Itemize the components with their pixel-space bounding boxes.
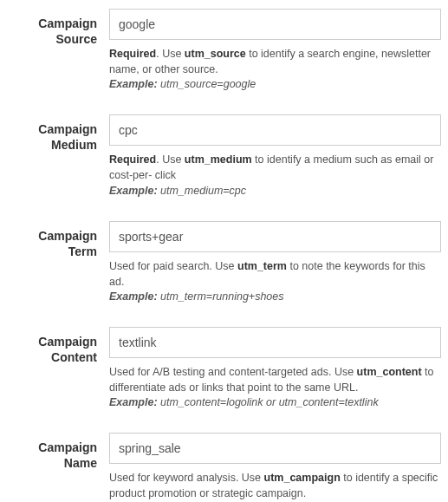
help-prefix: Required	[109, 48, 156, 60]
help-param: utm_term	[237, 260, 287, 272]
help-pre: . Use	[156, 153, 185, 166]
campaign-term-example: Example: utm_term=running+shoes	[109, 290, 441, 303]
campaign-name-input[interactable]	[109, 433, 441, 464]
campaign-source-help: Required. Use utm_source to identify a s…	[109, 46, 441, 77]
campaign-source-row: Campaign Source Required. Use utm_source…	[7, 9, 441, 90]
example-label: Example:	[109, 290, 158, 303]
example-or: or	[266, 396, 276, 408]
example-value: utm_content=logolink	[158, 396, 266, 408]
campaign-source-example: Example: utm_source=google	[109, 78, 441, 90]
campaign-term-row: Campaign Term Used for paid search. Use …	[7, 221, 441, 303]
example-value2: utm_content=textlink	[276, 396, 378, 408]
example-value: utm_source=google	[158, 78, 256, 90]
campaign-medium-content: Required. Use utm_medium to identify a m…	[109, 114, 441, 196]
campaign-name-content: Used for keyword analysis. Use utm_campa…	[109, 433, 441, 502]
example-value: utm_term=running+shoes	[158, 290, 284, 303]
help-param: utm_medium	[185, 153, 252, 166]
campaign-content-content: Used for A/B testing and content-targete…	[109, 327, 441, 408]
campaign-source-input[interactable]	[109, 9, 441, 40]
help-prefix: Required	[109, 153, 156, 166]
campaign-name-row: Campaign Name Used for keyword analysis.…	[7, 433, 441, 502]
campaign-content-row: Campaign Content Used for A/B testing an…	[7, 327, 441, 408]
example-value: utm_medium=cpc	[158, 185, 246, 197]
campaign-term-content: Used for paid search. Use utm_term to no…	[109, 221, 441, 303]
example-label: Example:	[109, 396, 158, 408]
example-label: Example:	[109, 78, 158, 90]
campaign-medium-help: Required. Use utm_medium to identify a m…	[109, 152, 441, 183]
campaign-term-label: Campaign Term	[7, 221, 109, 303]
campaign-name-label: Campaign Name	[7, 433, 109, 502]
campaign-content-label: Campaign Content	[7, 327, 109, 408]
campaign-medium-label: Campaign Medium	[7, 114, 109, 196]
help-param: utm_campaign	[264, 472, 341, 484]
campaign-name-help: Used for keyword analysis. Use utm_campa…	[109, 470, 441, 501]
help-param: utm_source	[185, 48, 246, 60]
campaign-term-input[interactable]	[109, 221, 441, 252]
campaign-content-input[interactable]	[109, 327, 441, 358]
campaign-source-label: Campaign Source	[7, 9, 109, 90]
campaign-content-help: Used for A/B testing and content-targete…	[109, 364, 441, 395]
campaign-medium-example: Example: utm_medium=cpc	[109, 185, 441, 197]
campaign-medium-input[interactable]	[109, 114, 441, 146]
campaign-term-help: Used for paid search. Use utm_term to no…	[109, 258, 441, 290]
help-pre: Used for paid search. Use	[109, 260, 237, 272]
example-label: Example:	[109, 185, 158, 197]
help-param: utm_content	[357, 366, 422, 378]
help-pre: Used for A/B testing and content-targete…	[109, 366, 357, 378]
campaign-source-content: Required. Use utm_source to identify a s…	[109, 9, 441, 90]
campaign-content-example: Example: utm_content=logolink or utm_con…	[109, 396, 441, 408]
campaign-medium-row: Campaign Medium Required. Use utm_medium…	[7, 114, 441, 196]
help-pre: . Use	[156, 48, 185, 60]
help-pre: Used for keyword analysis. Use	[109, 472, 264, 484]
